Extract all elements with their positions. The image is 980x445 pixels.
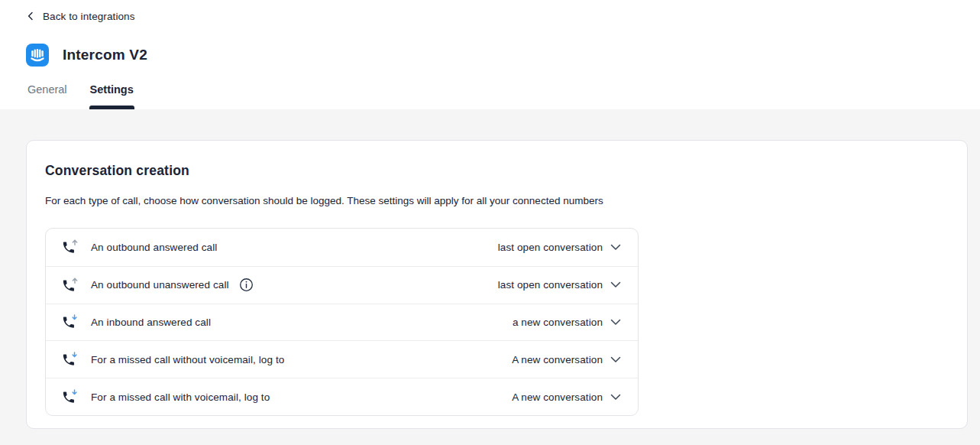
content-area: Conversation creation For each type of c… (0, 109, 980, 445)
call-log-row-missed-no-voicemail: For a missed call without voicemail, log… (46, 340, 638, 378)
dropdown-value: A new conversation (512, 354, 603, 365)
conversation-dropdown[interactable]: A new conversation (512, 391, 621, 403)
outbound-call-icon (61, 238, 79, 256)
tab-bar: General Settings (27, 83, 980, 109)
conversation-dropdown[interactable]: last open conversation (498, 242, 621, 253)
dropdown-value: A new conversation (512, 391, 603, 403)
chevron-down-icon (610, 319, 621, 326)
call-log-row-inbound-answered: An inbound answered call a new conversat… (46, 304, 638, 341)
call-type-label: An outbound unanswered call (91, 279, 229, 291)
chevron-down-icon (610, 394, 621, 401)
call-log-row-missed-with-voicemail: For a missed call with voicemail, log to… (46, 378, 638, 415)
conversation-dropdown[interactable]: a new conversation (513, 317, 621, 328)
conversation-creation-card: Conversation creation For each type of c… (26, 140, 968, 429)
conversation-dropdown[interactable]: last open conversation (498, 279, 621, 291)
inbound-call-icon (61, 350, 79, 369)
call-settings-list: An outbound answered call last open conv… (45, 228, 639, 416)
info-icon[interactable] (239, 278, 254, 292)
tab-general[interactable]: General (27, 83, 68, 109)
call-log-row-outbound-unanswered: An outbound unanswered call last open co… (46, 266, 638, 304)
title-row: Intercom V2 (26, 43, 980, 67)
intercom-logo-icon (26, 44, 49, 67)
page-title: Intercom V2 (63, 47, 147, 63)
inbound-call-icon (61, 388, 79, 406)
call-type-label: For a missed call without voicemail, log… (91, 354, 284, 365)
conversation-dropdown[interactable]: A new conversation (512, 354, 621, 365)
call-type-label: An inbound answered call (91, 317, 211, 328)
back-link[interactable]: Back to integrations (26, 9, 135, 23)
back-link-label: Back to integrations (43, 11, 135, 22)
card-description: For each type of call, choose how conver… (45, 194, 949, 208)
chevron-left-icon (26, 11, 35, 21)
inbound-call-icon (61, 313, 79, 331)
dropdown-value: a new conversation (513, 317, 603, 328)
call-log-row-outbound-answered: An outbound answered call last open conv… (46, 229, 638, 266)
tab-settings[interactable]: Settings (89, 83, 134, 109)
chevron-down-icon (610, 281, 621, 288)
card-title: Conversation creation (45, 162, 949, 179)
call-type-label: For a missed call with voicemail, log to (91, 391, 270, 403)
dropdown-value: last open conversation (498, 242, 603, 253)
dropdown-value: last open conversation (498, 279, 603, 291)
call-type-label: An outbound answered call (91, 242, 217, 253)
chevron-down-icon (610, 244, 621, 251)
outbound-call-icon (61, 276, 79, 294)
chevron-down-icon (610, 356, 621, 363)
page-header: Back to integrations Intercom V2 General… (0, 0, 980, 109)
